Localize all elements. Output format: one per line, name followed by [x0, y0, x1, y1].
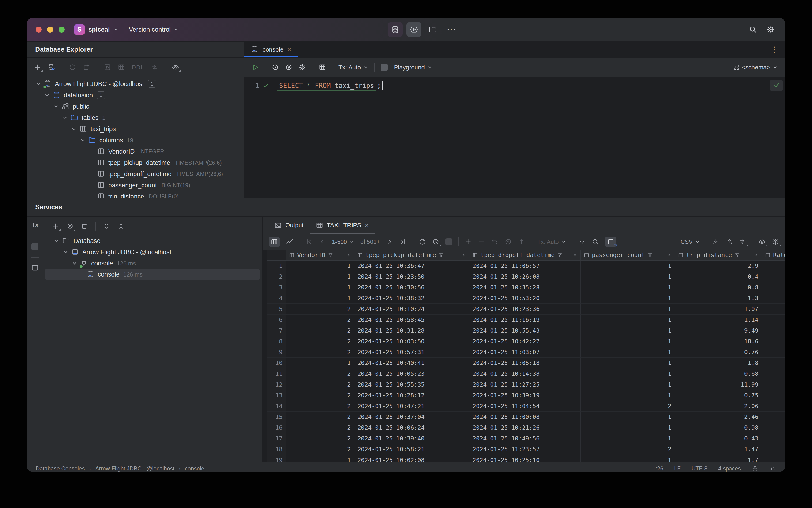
cell-pickup-datetime[interactable]: 2024-01-25 10:28:12 — [354, 390, 469, 401]
settings-button[interactable] — [767, 25, 775, 34]
previous-page-button[interactable] — [319, 238, 326, 246]
cell-rate[interactable] — [762, 390, 785, 401]
row-number[interactable]: 8 — [267, 336, 286, 347]
show-options-button[interactable] — [66, 222, 74, 230]
tree-item-data-source[interactable]: Arrow Flight JDBC - @localhost 1 — [27, 78, 244, 90]
run-playground-button[interactable] — [406, 22, 421, 37]
cell-dropoff-datetime[interactable]: 2024-01-25 11:00:08 — [469, 412, 581, 422]
cell-vendorid[interactable]: 2 — [286, 347, 354, 358]
cell-vendorid[interactable]: 1 — [286, 282, 354, 293]
cell-passenger-count[interactable]: 1 — [581, 261, 675, 271]
tree-item-database[interactable]: datafusion 1 — [27, 90, 244, 101]
close-tab-icon[interactable]: × — [287, 46, 291, 53]
tab-output[interactable]: Output — [268, 217, 310, 234]
encoding-widget[interactable]: UTF-8 — [691, 465, 708, 472]
cell-trip-distance[interactable]: 0.4 — [675, 271, 762, 282]
row-number[interactable]: 6 — [267, 314, 286, 325]
row-number[interactable]: 14 — [267, 401, 286, 412]
cell-trip-distance[interactable]: 9.49 — [675, 325, 762, 336]
cell-vendorid[interactable]: 2 — [286, 369, 354, 379]
cell-rate[interactable] — [762, 261, 785, 271]
cell-vendorid[interactable]: 2 — [286, 401, 354, 412]
tree-item-column[interactable]: tpep_dropoff_datetime TIMESTAMP(26,6) — [27, 168, 244, 180]
cell-vendorid[interactable]: 2 — [286, 412, 354, 422]
cell-trip-distance[interactable]: 2.06 — [675, 401, 762, 412]
collapse-all-button[interactable] — [117, 222, 125, 230]
service-item-connection[interactable]: console 126 ms — [43, 258, 262, 269]
tree-item-column[interactable]: passenger_count BIGINT(19) — [27, 180, 244, 191]
cell-passenger-count[interactable]: 1 — [581, 271, 675, 282]
tx-mode-select[interactable]: Tx: Auto — [339, 64, 368, 71]
chevron-down-icon[interactable] — [70, 125, 78, 133]
project-files-button[interactable] — [425, 22, 440, 37]
cell-passenger-count[interactable]: 1 — [581, 412, 675, 422]
column-header-rate[interactable]: Rate — [762, 250, 785, 261]
open-in-new-button[interactable] — [81, 222, 88, 230]
schema-select[interactable]: <schema> — [733, 64, 778, 71]
data-source-settings-button[interactable] — [48, 64, 55, 71]
cell-trip-distance[interactable]: 0.98 — [675, 422, 762, 433]
cell-dropoff-datetime[interactable]: 2024-01-25 10:21:26 — [469, 422, 581, 433]
chart-view-toggle[interactable] — [286, 238, 293, 246]
run-profile-select[interactable]: Playground — [394, 64, 432, 71]
row-number[interactable]: 18 — [267, 444, 286, 455]
row-number[interactable]: 2 — [267, 271, 286, 282]
row-number[interactable]: 3 — [267, 282, 286, 293]
column-header-passenger-count[interactable]: passenger_count — [581, 250, 675, 261]
chevron-down-icon[interactable] — [34, 80, 43, 88]
breadcrumb-item[interactable]: Database Consoles — [36, 465, 85, 472]
sort-icon[interactable] — [346, 253, 351, 258]
corner-cell[interactable] — [267, 250, 286, 261]
row-number[interactable]: 13 — [267, 390, 286, 401]
cell-passenger-count[interactable]: 1 — [581, 336, 675, 347]
first-page-button[interactable] — [305, 238, 313, 246]
download-button[interactable] — [712, 238, 720, 246]
edit-table-button[interactable] — [319, 64, 326, 71]
filter-icon[interactable] — [438, 252, 444, 258]
cell-trip-distance[interactable]: 2.9 — [675, 261, 762, 271]
cell-rate[interactable] — [762, 304, 785, 314]
row-number[interactable]: 9 — [267, 347, 286, 358]
readonly-lock-icon[interactable] — [752, 465, 759, 472]
cell-pickup-datetime[interactable]: 2024-01-25 10:58:45 — [354, 314, 469, 325]
cell-dropoff-datetime[interactable]: 2024-01-25 11:04:54 — [469, 401, 581, 412]
column-header-trip-distance[interactable]: trip_distance — [675, 250, 762, 261]
cell-trip-distance[interactable]: 1.8 — [675, 358, 762, 369]
upload-button[interactable] — [725, 238, 733, 246]
submit-button[interactable] — [518, 238, 525, 246]
cell-rate[interactable] — [762, 379, 785, 390]
cell-passenger-count[interactable]: 1 — [581, 390, 675, 401]
cell-vendorid[interactable]: 2 — [286, 390, 354, 401]
filter-icon[interactable] — [647, 252, 653, 258]
cell-rate[interactable] — [762, 369, 785, 379]
service-item-database[interactable]: Database — [43, 235, 262, 247]
refresh-rows-button[interactable] — [504, 238, 512, 246]
tab-options-icon[interactable]: ⋮ — [770, 45, 778, 54]
add-row-button[interactable] — [464, 238, 472, 246]
row-number[interactable]: 11 — [267, 369, 286, 379]
filter-icon[interactable] — [328, 252, 333, 258]
cell-pickup-datetime[interactable]: 2024-01-25 10:30:56 — [354, 282, 469, 293]
service-item-console-selected[interactable]: console 126 ms — [45, 269, 260, 280]
cell-trip-distance[interactable]: 1.07 — [675, 304, 762, 314]
cell-trip-distance[interactable]: 1.3 — [675, 293, 762, 304]
breadcrumb-item[interactable]: Arrow Flight JDBC - @localhost — [95, 465, 174, 472]
cell-vendorid[interactable]: 1 — [286, 358, 354, 369]
cell-vendorid[interactable]: 1 — [286, 455, 354, 462]
stop-button[interactable] — [381, 64, 388, 71]
run-button[interactable] — [252, 64, 259, 71]
cell-passenger-count[interactable]: 1 — [581, 282, 675, 293]
cell-dropoff-datetime[interactable]: 2024-01-25 11:05:18 — [469, 358, 581, 369]
database-tool-button[interactable] — [388, 22, 403, 37]
indent-widget[interactable]: 4 spaces — [718, 465, 741, 472]
cell-trip-distance[interactable]: 0.43 — [675, 433, 762, 444]
cell-vendorid[interactable]: 2 — [286, 444, 354, 455]
cell-dropoff-datetime[interactable]: 2024-01-25 10:25:10 — [469, 455, 581, 462]
export-format-select[interactable]: CSV — [681, 239, 700, 245]
cell-rate[interactable] — [762, 433, 785, 444]
column-header-dropoff[interactable]: tpep_dropoff_datetime — [469, 250, 581, 261]
cell-rate[interactable] — [762, 422, 785, 433]
cell-rate[interactable] — [762, 336, 785, 347]
reload-page-button[interactable] — [419, 238, 426, 246]
cell-dropoff-datetime[interactable]: 2024-01-25 11:06:57 — [469, 261, 581, 271]
